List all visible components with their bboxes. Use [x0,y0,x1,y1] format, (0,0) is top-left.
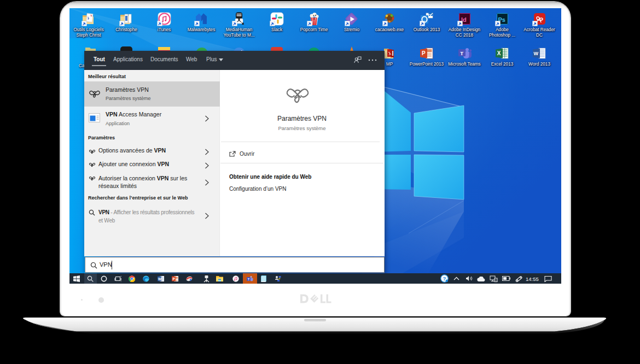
svg-text:W: W [534,51,539,56]
svg-text:T: T [460,50,463,56]
svg-text:P: P [172,277,175,281]
svg-text:W: W [158,277,162,281]
svg-text:?: ? [443,275,446,281]
svg-text:P: P [422,50,426,56]
svg-text:X: X [497,50,501,56]
